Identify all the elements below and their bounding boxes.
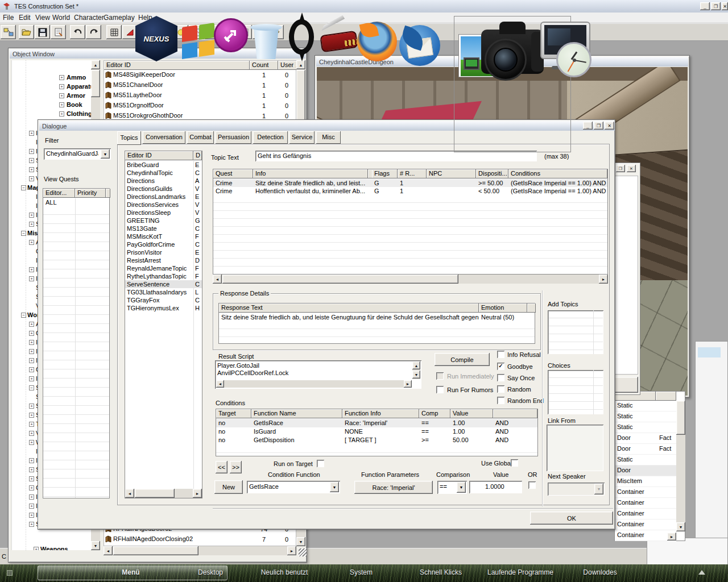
choices-list[interactable]: [548, 370, 603, 414]
object-scroll-down-icon[interactable]: ▼: [296, 537, 305, 546]
tree-expander-icon[interactable]: +: [29, 340, 34, 345]
condition-function-combobox[interactable]: GetIsRace ▼: [247, 481, 340, 493]
result-script-box[interactable]: Player.GotoJail AnvilPCCellDoorRef.Lock …: [215, 360, 421, 389]
tree-expander-icon[interactable]: +: [29, 404, 34, 409]
cell-view-scroll-right-icon[interactable]: ►: [667, 533, 676, 541]
column-header[interactable]: Conditions: [508, 169, 607, 178]
cell-view-row[interactable]: Door: [615, 465, 676, 476]
tree-expander-icon[interactable]: +: [59, 75, 64, 80]
tree-expander-icon[interactable]: +: [29, 504, 34, 509]
column-header[interactable]: Emotion: [479, 304, 527, 313]
info-hscrollbar[interactable]: ◄ ►: [213, 275, 608, 284]
value-input[interactable]: 1.0000: [469, 481, 522, 493]
tree-expander-icon[interactable]: +: [59, 84, 64, 89]
taskbar-item-system[interactable]: System: [350, 568, 373, 576]
info-hscroll-left-icon[interactable]: ◄: [213, 275, 222, 284]
cell-view-row[interactable]: Static: [615, 411, 676, 422]
taskbar-item-desktop[interactable]: Desktop: [198, 568, 223, 576]
topic-row[interactable]: BribeGuardE: [125, 161, 202, 169]
save-tool-button[interactable]: [35, 25, 50, 39]
tree-expander-icon[interactable]: +: [29, 513, 34, 518]
condition-next-button[interactable]: >>: [230, 461, 242, 473]
tree-expander-icon[interactable]: +: [29, 349, 34, 354]
new-condition-button[interactable]: New: [214, 480, 243, 494]
monitor-clock-icon[interactable]: [540, 22, 594, 78]
tree-expander-icon[interactable]: +: [29, 358, 34, 363]
tree-expander-icon[interactable]: +: [29, 267, 34, 272]
tree-item-ammo[interactable]: Ammo: [67, 74, 86, 81]
topic-row[interactable]: ResistArrestD: [125, 256, 202, 264]
tree-expander-icon[interactable]: +: [29, 467, 34, 472]
object-row[interactable]: MS51LaytheDoor10: [104, 91, 296, 101]
tab-detection[interactable]: Detection: [253, 131, 288, 144]
dialogue-minimize-button[interactable]: _: [583, 122, 593, 130]
function-parameters-button[interactable]: Race: 'Imperial': [354, 481, 433, 494]
topic-row[interactable]: GREETINGG: [125, 217, 202, 225]
cell-view-row[interactable]: Container: [615, 509, 676, 519]
tree-expander-icon[interactable]: +: [29, 158, 34, 163]
random-checkbox[interactable]: [497, 385, 504, 393]
taskbar-item-downlodes[interactable]: Downlodes: [583, 568, 617, 576]
compile-button[interactable]: Compile: [435, 353, 490, 366]
response-table[interactable]: Response TextEmotionSitz deine Strafe fr…: [218, 303, 535, 344]
windows-icon[interactable]: [181, 24, 216, 59]
thunderbird-icon[interactable]: [398, 25, 441, 66]
firefox-icon[interactable]: [357, 22, 398, 63]
tree-scroll-down-icon[interactable]: ▼: [91, 541, 100, 550]
cell-view-scrollbar[interactable]: ▼: [676, 401, 685, 531]
object-hscroll-right-icon[interactable]: ►: [287, 546, 296, 555]
narrow-close-button[interactable]: ✕: [627, 165, 636, 172]
column-header[interactable]: Flags: [372, 169, 398, 178]
tree-expander-icon[interactable]: +: [29, 485, 34, 490]
tab-misc[interactable]: Misc: [316, 131, 341, 144]
tree-item-clothing[interactable]: Clothing: [67, 110, 91, 117]
tree-expander-icon[interactable]: +: [29, 131, 34, 136]
column-header[interactable]: [527, 304, 536, 313]
next-speaker-combobox[interactable]: ▼: [548, 483, 605, 496]
tree-expander-icon[interactable]: +: [29, 176, 34, 181]
undo-tool-button[interactable]: [70, 25, 85, 39]
tree-expander-icon[interactable]: +: [29, 440, 34, 445]
condition-prev-button[interactable]: <<: [216, 461, 228, 473]
topic-hscroll-right-icon[interactable]: ►: [193, 489, 202, 498]
cell-view-row[interactable]: Container: [615, 498, 676, 509]
tree-expander-icon[interactable]: +: [59, 93, 64, 98]
info-hscroll-thumb[interactable]: [222, 275, 458, 284]
red-utility-icon[interactable]: [318, 17, 359, 59]
table-row[interactable]: CrimeHoffentlich verfaulst du, kriminell…: [213, 187, 607, 195]
topic-row[interactable]: ServeSentenceC: [125, 280, 202, 288]
tree-expander-icon[interactable]: +: [29, 167, 34, 172]
next-speaker-dropdown-icon[interactable]: ▼: [594, 484, 603, 494]
tree-expander-icon[interactable]: −: [29, 385, 34, 390]
or-checkbox[interactable]: [528, 481, 536, 489]
column-header[interactable]: Function Info: [342, 409, 419, 418]
tree-scroll-up-icon[interactable]: ▲: [91, 60, 100, 69]
topic-hscroll-left-icon[interactable]: ◄: [125, 489, 134, 498]
tree-expander-icon[interactable]: +: [29, 494, 34, 500]
column-header[interactable]: Quest: [213, 169, 253, 178]
conditions-table[interactable]: TargetFunction NameFunction InfoCompValu…: [216, 409, 538, 456]
snap-grid-tool-button[interactable]: [106, 25, 122, 39]
tree-expander-icon[interactable]: +: [29, 376, 34, 381]
menu-view[interactable]: View: [35, 14, 50, 22]
cell-view-row[interactable]: Static: [615, 455, 676, 465]
topic-hscrollbar[interactable]: ◄ ►: [125, 489, 202, 498]
tree-expander-icon[interactable]: +: [29, 422, 34, 427]
topic-row[interactable]: PrisonVisitorE: [125, 248, 202, 256]
script-hscrollbar[interactable]: ◄ ►: [216, 380, 412, 388]
dock-expand-icon[interactable]: [698, 570, 705, 575]
menu-character[interactable]: Character: [74, 14, 104, 22]
topic-row[interactable]: TG03LlathasaIndarysL: [125, 288, 202, 296]
random-end-checkbox[interactable]: [497, 397, 504, 404]
object-row[interactable]: MS51ChanelDoor10: [104, 81, 296, 91]
dialogue-maximize-button[interactable]: ❐: [594, 122, 603, 130]
taskbar-item-menu[interactable]: Menü: [122, 568, 139, 576]
tree-expander-icon[interactable]: −: [21, 313, 26, 318]
run-on-target-checkbox[interactable]: [317, 460, 324, 467]
taskbar-corner-icon[interactable]: [7, 570, 13, 576]
preferences-tool-button[interactable]: [51, 25, 66, 39]
filter-dropdown-icon[interactable]: ▼: [101, 149, 110, 159]
tree-expander-icon[interactable]: +: [29, 213, 34, 218]
menu-file[interactable]: File: [3, 14, 14, 22]
narrow-restore-button[interactable]: ❐: [616, 165, 625, 172]
